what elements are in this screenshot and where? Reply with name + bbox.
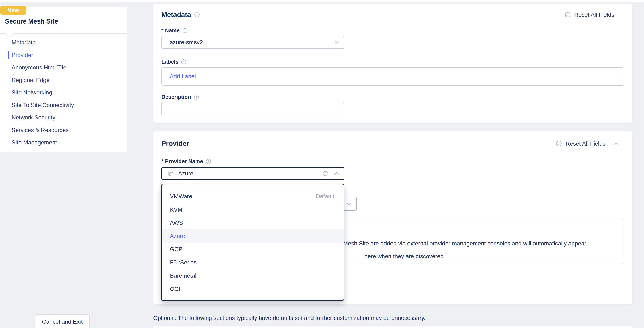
description-input[interactable] — [162, 102, 344, 117]
sidebar-item-network-security[interactable]: Network Security — [0, 111, 128, 124]
info-icon[interactable]: i — [206, 159, 211, 164]
sidebar-item-site-to-site-connectivity[interactable]: Site To Site Connectivity — [0, 99, 128, 112]
sidebar-item-label: Network Security — [12, 114, 56, 121]
sidebar-item-label: Provider — [12, 52, 33, 58]
sidebar-item-label: Services & Resources — [12, 127, 68, 134]
dropdown-option-f5-rseries[interactable]: F5 rSeries — [162, 256, 344, 269]
dropdown-option-label: Azure — [170, 233, 185, 239]
dropdown-option-label: GCP — [170, 246, 182, 253]
labels-input[interactable]: Add Label — [162, 67, 624, 86]
page-title: Secure Mesh Site — [5, 18, 58, 25]
provider-section-title: Provider — [162, 140, 189, 148]
refresh-icon[interactable] — [322, 170, 328, 177]
provider-name-value: Azure — [178, 170, 193, 177]
metadata-section-title: Metadata — [162, 11, 191, 18]
provider-info-text-line2: here when they are discovered. — [364, 253, 445, 260]
reset-all-fields-label: Reset All Fields — [566, 141, 606, 147]
sidebar-item-site-management[interactable]: Site Management — [0, 136, 128, 149]
sidebar-item-label: Metadata — [12, 39, 36, 46]
collapse-chevron-up-icon[interactable] — [613, 142, 619, 146]
clear-icon[interactable]: × — [335, 39, 339, 46]
top-white-strip — [0, 0, 644, 2]
dropdown-option-azure[interactable]: Azure — [162, 229, 344, 243]
dropdown-option-gcp[interactable]: GCP — [162, 243, 344, 256]
sidebar-item-anonymous-html-tile[interactable]: Anonymous Html Tile — [0, 61, 128, 74]
chevron-up-icon[interactable] — [334, 172, 340, 175]
new-badge-label: New — [8, 7, 19, 14]
name-input[interactable]: azure-smsv2 × — [162, 36, 344, 49]
dropdown-option-label: AWS — [170, 220, 183, 226]
next-section-card-edge — [153, 326, 632, 328]
sidebar-item-metadata[interactable]: Metadata — [0, 36, 128, 49]
dropdown-option-kvm[interactable]: KVM — [162, 203, 344, 216]
reset-all-fields-label: Reset All Fields — [574, 11, 614, 18]
name-input-value: azure-smsv2 — [170, 39, 203, 46]
dropdown-option-label: OCI — [170, 286, 180, 292]
sidebar-item-regional-edge[interactable]: Regional Edge — [0, 74, 128, 87]
sidebar-item-label: Site Networking — [12, 89, 52, 96]
sidebar-item-label: Regional Edge — [12, 77, 50, 83]
wizard-section-nav: MetadataProviderAnonymous Html TileRegio… — [0, 36, 128, 149]
dropdown-option-baremetal[interactable]: Baremetal — [162, 269, 344, 282]
default-tag: Default — [316, 193, 334, 200]
dropdown-option-label: VMWare — [170, 193, 192, 200]
cancel-and-exit-button[interactable]: Cancel and Exit — [35, 314, 90, 328]
dropdown-option-oci[interactable]: OCI — [162, 282, 344, 296]
sidebar-item-label: Site To Site Connectivity — [12, 102, 74, 108]
info-icon[interactable]: i — [182, 28, 188, 33]
text-cursor — [194, 170, 194, 177]
add-label-button[interactable]: Add Label — [170, 73, 196, 80]
optional-note: Optional: The following sections typical… — [153, 315, 426, 322]
sidebar-item-services-resources[interactable]: Services & Resources — [0, 124, 128, 137]
name-field-label: * Name — [162, 27, 180, 34]
labels-field-label: Labels — [162, 59, 178, 65]
dropdown-option-vmware[interactable]: VMWareDefault — [162, 190, 344, 203]
info-icon[interactable]: i — [194, 12, 200, 17]
info-icon[interactable]: i — [194, 95, 199, 100]
chevron-down-icon — [346, 202, 352, 206]
new-badge: New — [0, 5, 26, 15]
dropdown-option-aws[interactable]: AWS — [162, 216, 344, 229]
provider-reset-all-fields-button[interactable]: Reset All Fields — [556, 141, 606, 147]
provider-name-field-label: * Provider Name — [162, 158, 203, 164]
dropdown-option-label: KVM — [170, 206, 182, 213]
description-field-label: Description — [162, 94, 191, 100]
dropdown-option-label: F5 rSeries — [170, 259, 196, 266]
provider-name-combobox[interactable]: Azure — [161, 167, 344, 180]
provider-dropdown: VMWareDefaultKVMAWSAzureGCPF5 rSeriesBar… — [161, 184, 344, 301]
sidebar-item-provider[interactable]: Provider — [0, 49, 128, 62]
provider-info-text-line1: Mesh Site are added via external provide… — [343, 240, 586, 247]
cancel-and-exit-label: Cancel and Exit — [42, 319, 82, 325]
dropdown-option-label: Baremetal — [170, 272, 196, 279]
reset-icon — [564, 11, 571, 18]
branch-arrows-icon — [167, 170, 174, 177]
info-icon[interactable]: i — [181, 59, 186, 64]
metadata-reset-all-fields-button[interactable]: Reset All Fields — [564, 11, 614, 18]
sidebar-item-label: Anonymous Html Tile — [12, 64, 66, 71]
sidebar-item-site-networking[interactable]: Site Networking — [0, 86, 128, 99]
reset-icon — [556, 141, 563, 147]
sidebar-item-label: Site Management — [12, 139, 57, 146]
